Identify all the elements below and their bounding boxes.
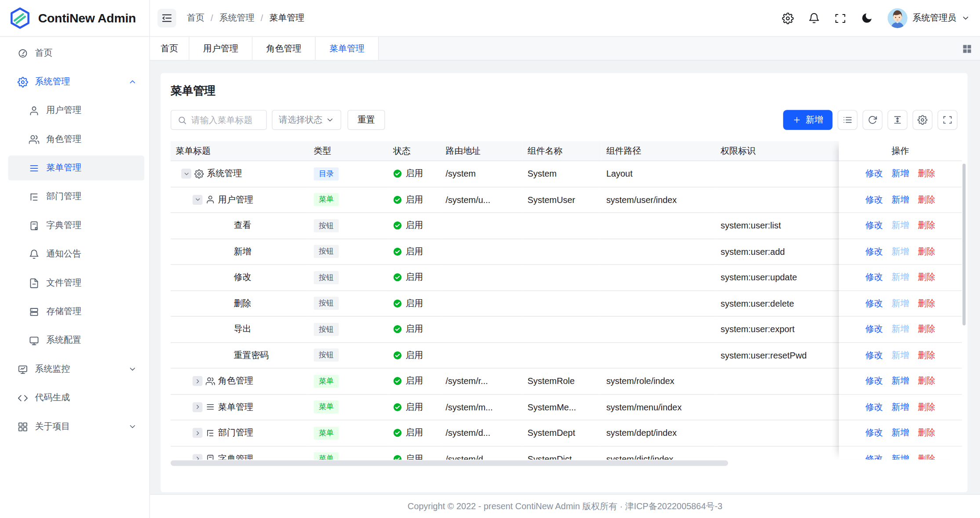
op-delete[interactable]: 删除 [918,376,936,387]
users-icon [29,134,39,145]
type-badge: 按钮 [314,349,339,362]
status-badge: 启用 [393,324,423,335]
sidebar-item-2[interactable]: 用户管理 [8,98,144,123]
tab-3[interactable]: 菜单管理 [316,37,379,60]
cell-operations: 修改 新增 删除 [839,446,962,460]
op-modify[interactable]: 修改 [865,168,883,180]
column-settings-button[interactable] [912,110,932,130]
cell-type: 目录 [309,161,388,187]
op-add[interactable]: 新增 [892,453,909,460]
op-delete[interactable]: 删除 [918,453,936,460]
logo: ContiNew Admin [0,0,149,37]
sidebar-item-10[interactable]: 系统配置 [8,328,144,353]
tabs: 首页 用户管理 角色管理 菜单管理 [150,37,379,60]
op-add[interactable]: 新增 [892,350,909,361]
op-modify[interactable]: 修改 [865,427,883,439]
op-delete[interactable]: 删除 [918,350,936,361]
tab-actions-button[interactable] [962,37,972,60]
op-add[interactable]: 新增 [892,246,909,257]
op-add[interactable]: 新增 [892,376,909,387]
cell-status: 启用 [388,446,441,460]
op-modify[interactable]: 修改 [865,402,883,413]
tab-0[interactable]: 首页 [150,37,189,60]
sidebar-item-13[interactable]: 关于项目 [8,414,144,439]
user-menu[interactable]: 系统管理员 [888,8,970,28]
notifications-button[interactable] [808,12,820,24]
expand-toggle[interactable] [181,169,191,179]
sidebar-item-7[interactable]: 通知公告 [8,242,144,267]
expand-toggle[interactable] [193,402,203,412]
op-modify[interactable]: 修改 [865,272,883,283]
search-input[interactable] [191,115,260,125]
cell-type: 菜单 [309,369,388,395]
cell-permission: system:user:resetPwd [716,343,839,369]
sidebar-item-4[interactable]: 菜单管理 [8,156,144,181]
check-circle-icon [393,170,402,178]
sidebar-item-9[interactable]: 存储管理 [8,299,144,324]
op-modify[interactable]: 修改 [865,298,883,309]
breadcrumb-item[interactable]: 菜单管理 [269,12,304,24]
table-fullscreen-button[interactable] [937,110,957,130]
breadcrumb-item[interactable]: 首页 [187,12,204,24]
op-delete[interactable]: 删除 [918,402,936,413]
op-delete[interactable]: 删除 [918,246,936,257]
sidebar-item-6[interactable]: 字典管理 [8,213,144,238]
op-add[interactable]: 新增 [892,272,909,283]
op-modify[interactable]: 修改 [865,220,883,232]
op-delete[interactable]: 删除 [918,427,936,439]
tab-1[interactable]: 用户管理 [189,37,253,60]
sidebar-item-11[interactable]: 系统监控 [8,357,144,382]
op-add[interactable]: 新增 [892,402,909,413]
sidebar-item-label: 代码生成 [35,392,70,404]
expand-toggle[interactable] [193,376,203,386]
op-delete[interactable]: 删除 [918,168,936,180]
breadcrumb-item[interactable]: 系统管理 [219,12,255,24]
refresh-button[interactable] [863,110,882,130]
list-view-button[interactable] [838,110,857,130]
op-add[interactable]: 新增 [892,220,909,232]
op-modify[interactable]: 修改 [865,324,883,335]
op-add[interactable]: 新增 [892,168,909,180]
op-delete[interactable]: 删除 [918,298,936,309]
op-delete[interactable]: 删除 [918,194,936,206]
op-add[interactable]: 新增 [892,324,909,335]
sidebar-item-8[interactable]: 文件管理 [8,271,144,296]
op-modify[interactable]: 修改 [865,453,883,460]
op-delete[interactable]: 删除 [918,324,936,335]
expand-toggle[interactable] [193,454,203,460]
tab-2[interactable]: 角色管理 [252,37,316,60]
line-height-button[interactable] [888,110,907,130]
op-add[interactable]: 新增 [892,298,909,309]
sidebar-item-0[interactable]: 首页 [8,40,144,65]
sidebar-collapse-button[interactable] [157,9,176,28]
op-add[interactable]: 新增 [892,194,909,206]
op-modify[interactable]: 修改 [865,376,883,387]
sidebar-item-5[interactable]: 部门管理 [8,184,144,209]
op-modify[interactable]: 修改 [865,350,883,361]
vertical-scrollbar[interactable] [962,163,965,325]
horizontal-scrollbar[interactable] [171,460,728,466]
op-modify[interactable]: 修改 [865,246,883,257]
cell-status: 启用 [388,239,441,265]
page-title: 菜单管理 [171,83,958,99]
settings-button[interactable] [782,12,794,24]
fullscreen-button[interactable] [834,12,846,24]
expand-toggle[interactable] [193,195,203,205]
cell-component-name: SystemDict [522,446,601,460]
cell-component-path [601,239,716,265]
reset-button[interactable]: 重置 [347,110,385,130]
sidebar-item-label: 部门管理 [46,191,81,203]
op-delete[interactable]: 删除 [918,272,936,283]
cell-type: 按钮 [309,213,388,239]
sidebar-item-3[interactable]: 角色管理 [8,127,144,152]
add-button[interactable]: 新增 [783,110,832,130]
op-add[interactable]: 新增 [892,427,909,439]
status-select[interactable]: 请选择状态 [272,110,341,130]
column-header-4: 组件名称 [522,141,601,161]
expand-toggle[interactable] [193,428,203,438]
sidebar-item-12[interactable]: 代码生成 [8,385,144,410]
theme-toggle-button[interactable] [860,12,873,24]
op-modify[interactable]: 修改 [865,194,883,206]
sidebar-item-1[interactable]: 系统管理 [8,69,144,94]
op-delete[interactable]: 删除 [918,220,936,232]
